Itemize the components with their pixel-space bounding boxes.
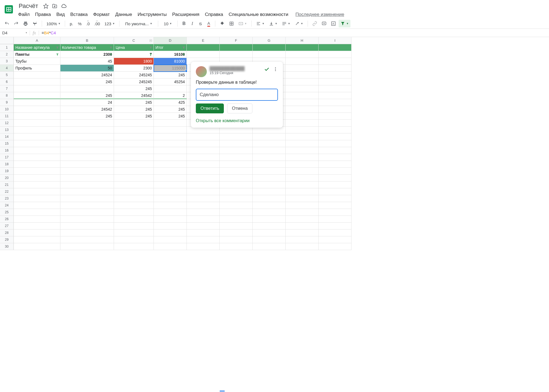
cell-D15[interactable] xyxy=(154,140,187,147)
zoom-dropdown[interactable]: 100%▼ xyxy=(45,20,62,27)
cell-F2[interactable] xyxy=(220,51,253,58)
text-rotation-button[interactable]: ▼ xyxy=(293,20,305,27)
sheets-logo-icon[interactable] xyxy=(3,2,14,16)
cloud-status-icon[interactable] xyxy=(61,3,67,9)
cell-H24[interactable] xyxy=(286,202,319,209)
font-dropdown[interactable]: По умолча...▼ xyxy=(122,20,155,27)
row-header-3[interactable]: 3 xyxy=(0,58,14,65)
cell-B16[interactable] xyxy=(60,147,114,154)
cell-B23[interactable] xyxy=(60,195,114,202)
cell-G28[interactable] xyxy=(253,229,286,236)
cell-I29[interactable] xyxy=(319,236,352,243)
cell-I28[interactable] xyxy=(319,229,352,236)
cell-C29[interactable] xyxy=(114,236,154,243)
cell-D30[interactable] xyxy=(154,243,187,250)
spreadsheet-grid[interactable]: ABCDEFGHI 123456789101112131415161718192… xyxy=(0,37,549,382)
insert-chart-button[interactable] xyxy=(329,20,338,27)
decrease-decimal-button[interactable]: ←.0 xyxy=(84,20,91,27)
comment-reply-input[interactable]: Сделано xyxy=(196,89,278,101)
cell-I21[interactable] xyxy=(319,181,352,188)
cell-F17[interactable] xyxy=(220,154,253,161)
text-color-button[interactable]: A xyxy=(205,20,212,27)
cell-C14[interactable] xyxy=(114,133,154,140)
cell-B22[interactable] xyxy=(60,188,114,195)
cell-G25[interactable] xyxy=(253,209,286,216)
cell-G30[interactable] xyxy=(253,243,286,250)
cell-H4[interactable] xyxy=(286,65,319,72)
cell-H19[interactable] xyxy=(286,168,319,175)
row-header-29[interactable]: 29 xyxy=(0,236,14,243)
cell-C2[interactable]: 7 xyxy=(114,51,154,58)
cell-E27[interactable] xyxy=(187,223,220,229)
cell-E24[interactable] xyxy=(187,202,220,209)
cell-B26[interactable] xyxy=(60,216,114,223)
cell-B28[interactable] xyxy=(60,229,114,236)
cell-B24[interactable] xyxy=(60,202,114,209)
cell-G1[interactable] xyxy=(253,44,286,51)
cell-D10[interactable]: 245 xyxy=(154,106,187,113)
cell-I8[interactable] xyxy=(319,92,352,99)
cell-D13[interactable] xyxy=(154,127,187,133)
cell-B5[interactable]: 24524 xyxy=(60,72,114,79)
cell-D24[interactable] xyxy=(154,202,187,209)
cell-B25[interactable] xyxy=(60,209,114,216)
cell-B17[interactable] xyxy=(60,154,114,161)
cell-C12[interactable] xyxy=(114,120,154,127)
cell-H10[interactable] xyxy=(286,106,319,113)
cell-C11[interactable]: 245 xyxy=(114,113,154,120)
cell-I7[interactable] xyxy=(319,85,352,92)
italic-button[interactable]: I xyxy=(189,20,196,27)
cell-C1[interactable]: Цена xyxy=(114,44,154,51)
formula-input[interactable]: =B4*C4 xyxy=(39,30,549,35)
cell-G20[interactable] xyxy=(253,175,286,181)
cell-C17[interactable] xyxy=(114,154,154,161)
cell-D4[interactable]: 115000 xyxy=(154,65,187,72)
cell-G2[interactable] xyxy=(253,51,286,58)
row-header-6[interactable]: 6 xyxy=(0,79,14,85)
reply-button[interactable]: Ответить xyxy=(196,103,224,113)
cell-F16[interactable] xyxy=(220,147,253,154)
cell-A14[interactable] xyxy=(14,133,60,140)
cell-B8[interactable]: 245 xyxy=(60,92,114,99)
column-header-A[interactable]: A xyxy=(14,37,60,44)
cell-I6[interactable] xyxy=(319,79,352,85)
cell-H2[interactable] xyxy=(286,51,319,58)
cell-B10[interactable]: 24542 xyxy=(60,106,114,113)
cell-E15[interactable] xyxy=(187,140,220,147)
cell-E30[interactable] xyxy=(187,243,220,250)
cell-H3[interactable] xyxy=(286,58,319,65)
cell-E25[interactable] xyxy=(187,209,220,216)
cell-H30[interactable] xyxy=(286,243,319,250)
cell-D25[interactable] xyxy=(154,209,187,216)
cell-H22[interactable] xyxy=(286,188,319,195)
cell-D1[interactable]: Итог xyxy=(154,44,187,51)
cell-A25[interactable] xyxy=(14,209,60,216)
cell-D16[interactable] xyxy=(154,147,187,154)
cell-B1[interactable]: Количество товара xyxy=(60,44,114,51)
cell-A27[interactable] xyxy=(14,223,60,229)
star-icon[interactable] xyxy=(43,3,49,9)
cell-G29[interactable] xyxy=(253,236,286,243)
cell-G16[interactable] xyxy=(253,147,286,154)
cell-A26[interactable] xyxy=(14,216,60,223)
cell-H11[interactable] xyxy=(286,113,319,120)
cell-A21[interactable] xyxy=(14,181,60,188)
row-header-9[interactable]: 9 xyxy=(0,99,14,106)
cell-A4[interactable]: Профиль xyxy=(14,65,60,72)
cell-C20[interactable] xyxy=(114,175,154,181)
cell-D17[interactable] xyxy=(154,154,187,161)
row-header-25[interactable]: 25 xyxy=(0,209,14,216)
row-header-13[interactable]: 13 xyxy=(0,127,14,133)
cell-A15[interactable] xyxy=(14,140,60,147)
cell-E14[interactable] xyxy=(187,133,220,140)
cell-H20[interactable] xyxy=(286,175,319,181)
cell-B11[interactable]: 245 xyxy=(60,113,114,120)
cell-H29[interactable] xyxy=(286,236,319,243)
resolve-icon[interactable] xyxy=(264,66,270,73)
row-header-23[interactable]: 23 xyxy=(0,195,14,202)
cell-D18[interactable] xyxy=(154,161,187,168)
row-header-2[interactable]: 2 xyxy=(0,51,14,58)
cell-B9[interactable]: 24 xyxy=(60,99,114,106)
row-header-26[interactable]: 26 xyxy=(0,216,14,223)
cell-I27[interactable] xyxy=(319,223,352,229)
